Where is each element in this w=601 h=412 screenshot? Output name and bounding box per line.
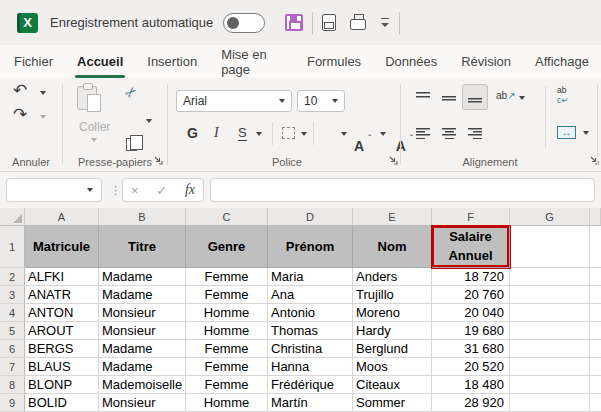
cell[interactable]: Femme [186, 340, 268, 358]
column-header-C[interactable]: C [186, 208, 268, 226]
cell[interactable]: Femme [186, 268, 268, 286]
cell[interactable]: 20 040 [432, 304, 510, 322]
clipboard-dialog-launcher-icon[interactable] [152, 154, 164, 166]
row-header-8[interactable]: 8 [0, 376, 25, 394]
undo-icon[interactable]: ↶ [13, 82, 27, 99]
font-color-chevron-icon[interactable] [380, 132, 386, 136]
redo-icon[interactable]: ↷ [13, 106, 27, 123]
cell[interactable]: Sommer [353, 394, 432, 412]
column-header-A[interactable]: A [25, 208, 99, 226]
paste-chevron-icon[interactable] [91, 138, 97, 142]
cell[interactable]: Mademoiselle [99, 376, 186, 394]
alignment-dialog-launcher-icon[interactable] [588, 154, 600, 166]
cell[interactable]: Homme [186, 304, 268, 322]
font-size-combo[interactable]: 10 [297, 90, 345, 112]
column-header-F[interactable]: F [432, 208, 510, 226]
align-right-icon[interactable] [468, 128, 482, 139]
cell[interactable]: BOLID [25, 394, 99, 412]
cell[interactable]: Monsieur [99, 304, 186, 322]
cell[interactable]: ANATR [25, 286, 99, 304]
cell[interactable]: Frédérique [268, 376, 353, 394]
tab-fichier[interactable]: Fichier [2, 45, 65, 78]
font-dialog-launcher-icon[interactable] [387, 154, 399, 166]
font-name-combo[interactable]: Arial [176, 90, 292, 112]
insert-function-icon[interactable]: fx [185, 182, 195, 198]
cell[interactable]: 18 480 [432, 376, 510, 394]
cell[interactable]: 31 680 [432, 340, 510, 358]
copy-icon[interactable] [126, 138, 137, 151]
row-header-3[interactable]: 3 [0, 286, 25, 304]
cell[interactable]: Femme [186, 358, 268, 376]
row-header-2[interactable]: 2 [0, 268, 25, 286]
merge-center-icon[interactable]: ↔ [557, 126, 576, 139]
underline-button[interactable]: S [238, 125, 247, 141]
row-header-5[interactable]: 5 [0, 322, 25, 340]
orientation-icon[interactable]: ab↗ [496, 90, 516, 101]
cell[interactable]: Berglund [353, 340, 432, 358]
cell[interactable]: Ana [268, 286, 353, 304]
cell[interactable]: Martín [268, 394, 353, 412]
orientation-chevron-icon[interactable] [519, 96, 525, 100]
align-top-icon[interactable] [416, 92, 430, 103]
row-header-9[interactable]: 9 [0, 394, 25, 412]
cell[interactable] [510, 322, 590, 340]
cell[interactable] [510, 304, 590, 322]
header-cell-matricule[interactable]: Matricule [25, 226, 99, 268]
excel-logo-icon[interactable]: X [17, 13, 38, 33]
row-header-4[interactable]: 4 [0, 304, 25, 322]
wrap-text-icon[interactable]: abc↵ [557, 86, 568, 106]
cell[interactable]: Monsieur [99, 322, 186, 340]
tab-affichage[interactable]: Affichage [523, 45, 601, 78]
formula-input[interactable] [210, 178, 595, 202]
column-header-E[interactable]: E [353, 208, 432, 226]
cell[interactable]: 20 520 [432, 358, 510, 376]
cell[interactable]: 18 720 [432, 268, 510, 286]
cell[interactable]: Madame [99, 340, 186, 358]
tab-donnees[interactable]: Données [373, 45, 449, 78]
align-left-icon[interactable] [416, 128, 430, 139]
tab-mise-en-page[interactable]: Mise en page [209, 45, 295, 78]
cell[interactable]: 28 920 [432, 394, 510, 412]
tab-formules[interactable]: Formules [295, 45, 373, 78]
paste-icon[interactable] [77, 86, 97, 110]
undo-chevron-icon[interactable] [40, 91, 46, 95]
column-header-G[interactable]: G [510, 208, 590, 226]
tab-accueil[interactable]: Accueil [65, 45, 135, 78]
copy-chevron-icon[interactable] [146, 119, 152, 123]
header-cell-salaire-annuel[interactable]: Salaire Annuel [432, 226, 510, 268]
autosave-toggle[interactable] [223, 13, 265, 33]
align-center-icon[interactable] [442, 128, 456, 139]
cell[interactable]: ALFKI [25, 268, 99, 286]
cell[interactable]: Hardy [353, 322, 432, 340]
cell[interactable]: BERGS [25, 340, 99, 358]
underline-chevron-icon[interactable] [256, 132, 262, 136]
cell[interactable]: Anders [353, 268, 432, 286]
cancel-icon[interactable]: × [131, 183, 139, 198]
quick-print-icon[interactable] [350, 19, 366, 30]
cell[interactable]: Madame [99, 286, 186, 304]
italic-button[interactable]: I [214, 125, 219, 141]
align-middle-icon[interactable] [442, 92, 456, 103]
borders-chevron-icon[interactable] [301, 132, 307, 136]
cell[interactable]: Madame [99, 358, 186, 376]
borders-icon[interactable] [282, 127, 295, 139]
cell[interactable]: 19 680 [432, 322, 510, 340]
column-header-B[interactable]: B [99, 208, 186, 226]
cell[interactable]: Homme [186, 394, 268, 412]
cell[interactable]: Homme [186, 322, 268, 340]
select-all-corner[interactable] [0, 208, 25, 226]
cell[interactable]: BLAUS [25, 358, 99, 376]
cell[interactable] [510, 394, 590, 412]
cell[interactable]: Monsieur [99, 394, 186, 412]
tab-insertion[interactable]: Insertion [135, 45, 209, 78]
cell[interactable]: Maria [268, 268, 353, 286]
cell[interactable]: AROUT [25, 322, 99, 340]
column-header-D[interactable]: D [268, 208, 353, 226]
header-cell-titre[interactable]: Titre [99, 226, 186, 268]
cell[interactable]: Madame [99, 268, 186, 286]
print-preview-icon[interactable] [322, 14, 336, 31]
header-cell-genre[interactable]: Genre [186, 226, 268, 268]
cell[interactable] [510, 376, 590, 394]
row-header-6[interactable]: 6 [0, 340, 25, 358]
cell[interactable]: Moos [353, 358, 432, 376]
